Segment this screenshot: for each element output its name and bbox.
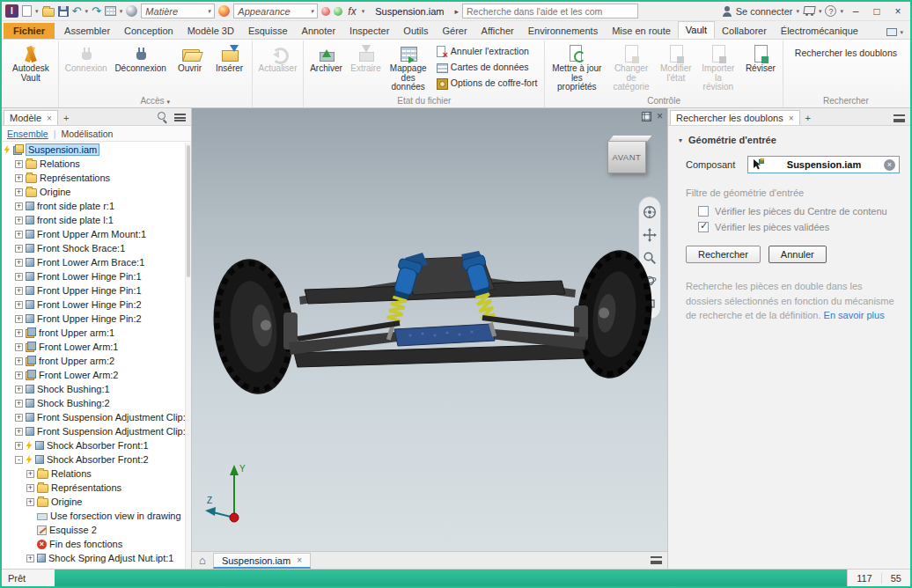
cart-dropdown-icon[interactable]: ▾ (819, 8, 822, 15)
tree-expand-toggle[interactable]: + (15, 442, 23, 450)
appearance-select[interactable]: Appearance ▾ (233, 4, 318, 18)
tree-expand-toggle[interactable]: + (15, 160, 23, 168)
tree-expand-toggle[interactable]: + (26, 555, 34, 562)
redo-icon[interactable]: ↷ (92, 5, 101, 17)
tree-item[interactable]: +front Upper arm:1 (2, 326, 191, 340)
tree-item[interactable]: +Shock Bushing:2 (2, 396, 191, 410)
help-icon[interactable] (825, 5, 836, 17)
mode-tab-ensemble[interactable]: Ensemble (7, 129, 48, 139)
tree-item[interactable]: +Relations (2, 467, 191, 481)
component-input[interactable]: Suspension.iam × (747, 156, 900, 173)
learn-more-link[interactable]: En savoir plus (824, 310, 885, 320)
tree-item[interactable]: +front Upper arm:2 (2, 354, 191, 368)
tree-expand-toggle[interactable]: + (15, 343, 23, 351)
parameters-fx-icon[interactable]: fx (346, 5, 357, 18)
document-tab-menu-icon[interactable] (651, 556, 662, 564)
viewport-3d[interactable]: × AVANT (192, 108, 667, 569)
clear-component-icon[interactable]: × (884, 159, 895, 171)
tree-expand-toggle[interactable]: + (15, 428, 23, 436)
tree-item[interactable]: +Représentations (2, 171, 191, 185)
ouvrir-button[interactable]: Ouvrir (171, 41, 210, 77)
tree-item[interactable]: +Front Lower Hinge Pin:1 (2, 269, 191, 283)
ribbon-tab-conception[interactable]: Conception (117, 23, 180, 39)
rechercher-doublons-button[interactable]: Rechercher les doublons (786, 44, 906, 62)
tree-item[interactable]: Suspension.iam (2, 143, 191, 157)
home-tab-icon[interactable]: ⌂ (195, 552, 210, 569)
annuler-button[interactable]: Annuler (769, 246, 827, 263)
close-view-icon[interactable]: × (657, 111, 663, 121)
inserer-button[interactable]: Insérer (210, 41, 249, 77)
tree-expand-toggle[interactable]: + (26, 470, 34, 478)
mode-tab-modelisation[interactable]: Modélisation (61, 129, 113, 139)
search-icon[interactable] (158, 112, 168, 122)
ribbon-tab-afficher[interactable]: Afficher (474, 23, 521, 39)
tree-item[interactable]: Fin des fonctions (2, 537, 191, 551)
tab-rechercher-les-doublons[interactable]: Rechercher les doublons × (670, 110, 800, 125)
deconnexion-button[interactable]: Déconnexion (112, 41, 170, 77)
browser-scrollbar[interactable] (185, 143, 191, 569)
app-store-cart-icon[interactable] (803, 6, 815, 16)
autodesk-vault-button[interactable]: Autodesk Vault (6, 41, 55, 85)
document-tab-suspension[interactable]: Suspension.iam × (213, 553, 311, 569)
tree-expand-toggle[interactable]: + (15, 231, 23, 239)
tree-expand-toggle[interactable]: + (15, 245, 23, 253)
checkbox-unchecked[interactable] (698, 206, 709, 217)
undo-dropdown-icon[interactable]: ▾ (85, 8, 88, 15)
tab-modele[interactable]: Modèle × (4, 110, 58, 125)
tree-item[interactable]: +Front Shock Brace:1 (2, 241, 191, 255)
tree-expand-toggle[interactable]: + (15, 315, 23, 323)
rechercher-button[interactable]: Rechercher (686, 246, 761, 263)
new-file-dropdown-icon[interactable]: ▾ (35, 8, 39, 15)
annuler-extraction-button[interactable]: Annuler l'extraction (431, 43, 541, 59)
tree-expand-toggle[interactable]: - (15, 456, 23, 464)
mettre-a-jour-proprietes-button[interactable]: Mettre à jour les propriétés (548, 41, 606, 95)
acces-group-label[interactable]: Accès ▾ (62, 95, 249, 107)
undo-icon[interactable]: ↶ (72, 5, 82, 17)
new-file-icon[interactable] (22, 5, 32, 17)
close-browser-tab-icon[interactable]: × (47, 114, 52, 123)
tree-item[interactable]: +Front Lower Arm:1 (2, 340, 191, 354)
ribbon-tab--lectrom-canique[interactable]: Électromécanique (774, 23, 865, 39)
ribbon-tab-vault[interactable]: Vault (678, 21, 715, 39)
tree-expand-toggle[interactable]: + (15, 414, 23, 422)
tree-expand-toggle[interactable]: + (15, 273, 23, 281)
tree-item[interactable]: +Shock Absorber Front:1 (2, 438, 191, 452)
tree-expand-toggle[interactable]: + (15, 386, 23, 393)
tree-item[interactable]: +Front Upper Hinge Pin:2 (2, 312, 191, 326)
ribbon-appearance-toggle[interactable]: ▾ (881, 28, 908, 39)
reviser-button[interactable]: Réviser (741, 41, 780, 77)
tree-expand-toggle[interactable]: + (15, 188, 23, 196)
expand-arrow-icon[interactable]: ▸ (455, 7, 460, 16)
close-document-icon[interactable]: × (297, 555, 302, 565)
tree-item[interactable]: +Shock Spring Adjust Nut.ipt:1 (2, 551, 191, 565)
section-geometrie-entree[interactable]: ▾ Géométrie d'entrée (679, 135, 901, 145)
tree-item[interactable]: +Front Upper Arm Mount:1 (2, 227, 191, 241)
viewport-canvas[interactable]: × AVANT (192, 108, 667, 551)
close-button[interactable]: × (889, 5, 907, 18)
add-browser-tab-button[interactable]: + (58, 111, 74, 125)
browser-menu-icon[interactable] (174, 114, 186, 121)
sign-in-button[interactable]: Se connecter ▾ (722, 6, 799, 17)
tree-item[interactable]: +Shock Bushing:1 (2, 382, 191, 396)
fx-dropdown-icon[interactable]: ▾ (362, 8, 365, 15)
tree-expand-toggle[interactable]: + (26, 484, 34, 492)
archiver-button[interactable]: Archiver (306, 41, 345, 77)
tree-item[interactable]: +Représentations (2, 481, 191, 495)
ribbon-tab-environnements[interactable]: Environnements (521, 23, 606, 39)
save-icon[interactable] (58, 6, 69, 17)
material-browser-dropdown-icon[interactable]: ▾ (120, 8, 123, 15)
tree-item[interactable]: +Relations (2, 157, 191, 171)
ribbon-tab-esquisse[interactable]: Esquisse (241, 23, 295, 39)
ribbon-tab-fichier[interactable]: Fichier (4, 23, 55, 39)
split-view-icon[interactable] (642, 112, 651, 121)
tree-item[interactable]: -Shock Absorber Front:2 (2, 452, 191, 467)
ribbon-tab-outils[interactable]: Outils (396, 23, 435, 39)
tree-item[interactable]: +Front Upper Hinge Pin:1 (2, 283, 191, 298)
material-browser-icon[interactable] (105, 6, 116, 16)
ribbon-tab-inspecter[interactable]: Inspecter (342, 23, 396, 39)
close-panel-tab-icon[interactable]: × (789, 114, 794, 123)
scrollbar-thumb[interactable] (187, 145, 190, 277)
tree-item[interactable]: +Front Lower Arm Brace:1 (2, 255, 191, 269)
material-select[interactable]: Matière ▾ (141, 4, 215, 18)
tree-expand-toggle[interactable]: + (15, 371, 23, 379)
